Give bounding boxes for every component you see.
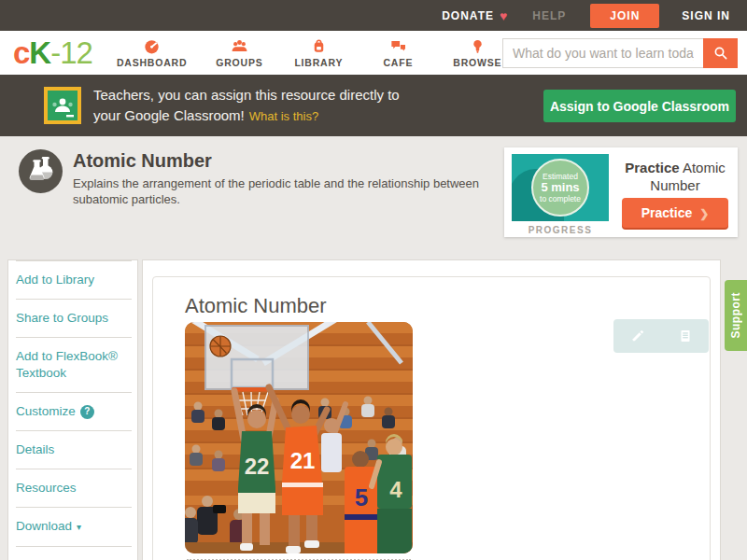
resource-header: Atomic Number Explains the arrangement o… xyxy=(0,136,747,247)
sidebar-item-customize[interactable]: Customize? xyxy=(16,392,132,430)
edit-pencil-button[interactable] xyxy=(629,328,646,344)
pencil-icon xyxy=(629,328,646,344)
practice-button[interactable]: Practice❯ xyxy=(622,198,728,228)
help-link[interactable]: HELP xyxy=(532,9,566,22)
question-mark-icon[interactable]: ? xyxy=(80,405,94,419)
sign-in-link[interactable]: SIGN IN xyxy=(682,9,730,22)
content-area: Add to Library Share to Groups Add to Fl… xyxy=(0,247,747,560)
lesson-image: 22 21 xyxy=(185,322,413,553)
caret-down-icon: ▾ xyxy=(77,522,81,532)
main-panel: Atomic Number xyxy=(142,259,721,560)
quick-tips-heading: Quick Tips xyxy=(16,546,132,560)
nav-item-dashboard[interactable]: DASHBOARD xyxy=(117,37,187,68)
ck12-logo[interactable]: cK-12 xyxy=(13,35,92,71)
what-is-this-link[interactable]: What is this? xyxy=(249,109,318,123)
estimated-time-ring: Estimated 5 mins to complete xyxy=(531,159,589,217)
sidebar-item-resources[interactable]: Resources xyxy=(16,469,132,507)
search-input[interactable] xyxy=(502,38,703,68)
groups-icon xyxy=(231,37,248,55)
notes-document-button[interactable] xyxy=(677,328,694,344)
chevron-right-icon: ❯ xyxy=(699,207,709,220)
google-classroom-icon xyxy=(44,87,81,124)
search-icon xyxy=(712,45,729,62)
heart-icon: ♥ xyxy=(500,8,508,23)
lesson-card: Atomic Number xyxy=(152,276,711,560)
browse-icon xyxy=(469,37,486,55)
donate-label: DONATE xyxy=(442,9,494,22)
resource-title: Atomic Number xyxy=(73,150,212,172)
svg-text:21: 21 xyxy=(290,448,316,473)
practice-progress-image[interactable]: Estimated 5 mins to complete xyxy=(512,154,609,221)
lesson-title: Atomic Number xyxy=(185,294,327,318)
join-button[interactable]: JOIN xyxy=(590,4,659,28)
sidebar-item-add-to-flexbook[interactable]: Add to FlexBook® Textbook xyxy=(16,337,132,392)
svg-text:22: 22 xyxy=(245,454,270,479)
document-icon xyxy=(677,328,694,344)
donate-link[interactable]: DONATE ♥ xyxy=(442,8,508,23)
basketball-photo-illustration: 22 21 xyxy=(185,322,413,553)
nav-item-browse[interactable]: BROWSE xyxy=(450,37,504,68)
nav-items: DASHBOARD GROUPS LIBRARY CAFE BROWSE xyxy=(117,37,504,68)
progress-label: PROGRESS xyxy=(512,225,609,235)
sidebar-item-add-to-library[interactable]: Add to Library xyxy=(16,260,132,299)
banner-message: Teachers, you can assign this resource d… xyxy=(93,85,400,127)
search-area xyxy=(502,38,738,68)
practice-widget: Estimated 5 mins to complete PROGRESS Pr… xyxy=(504,147,738,237)
sidebar-item-share-to-groups[interactable]: Share to Groups xyxy=(16,299,132,337)
resource-description: Explains the arrangement of the periodic… xyxy=(73,175,495,207)
sidebar-item-details[interactable]: Details xyxy=(16,430,132,469)
support-tab[interactable]: Support xyxy=(725,280,747,351)
nav-item-cafe[interactable]: CAFE xyxy=(371,37,425,68)
edit-toolbar xyxy=(613,319,709,353)
actions-sidebar: Add to Library Share to Groups Add to Fl… xyxy=(7,259,138,560)
nav-item-groups[interactable]: GROUPS xyxy=(212,37,266,68)
cafe-icon xyxy=(389,37,407,55)
top-utility-bar: DONATE ♥ HELP JOIN SIGN IN xyxy=(0,0,747,31)
sidebar-item-download[interactable]: Download▾ xyxy=(16,507,132,546)
svg-text:4: 4 xyxy=(389,477,402,502)
main-navbar: cK-12 DASHBOARD GROUPS LIBRARY CAFE BROW… xyxy=(0,31,747,75)
library-icon xyxy=(310,37,328,55)
dashboard-icon xyxy=(143,37,161,55)
assign-to-classroom-button[interactable]: Assign to Google Classroom xyxy=(543,90,736,122)
practice-title: Practice Atomic Number xyxy=(616,159,734,194)
classroom-banner: Teachers, you can assign this resource d… xyxy=(0,75,747,136)
nav-item-library[interactable]: LIBRARY xyxy=(291,37,345,68)
svg-text:5: 5 xyxy=(355,483,368,511)
science-flask-icon xyxy=(19,149,63,193)
search-button[interactable] xyxy=(703,38,738,68)
